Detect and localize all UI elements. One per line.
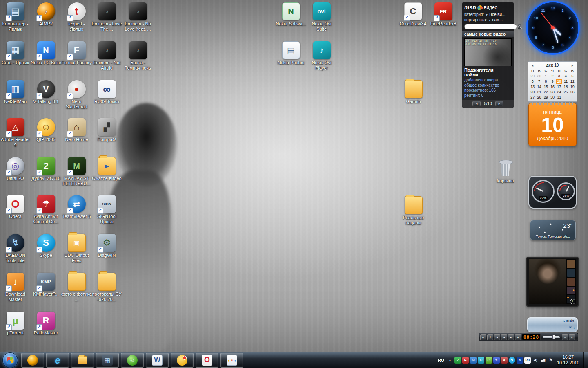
desktop-icon-utorrent[interactable]: µTorrent — [0, 312, 31, 336]
tray-msgr-icon[interactable] — [470, 357, 477, 364]
desktop-icon-eminem-love-the[interactable]: Eminem - Love The ... — [91, 2, 122, 31]
taskbar-app-aimp[interactable] — [21, 353, 44, 368]
calendar-day-selected[interactable]: 10 — [556, 79, 562, 84]
desktop-icon-kmplayer[interactable]: KMPlayerP... — [31, 273, 61, 297]
media-button-0[interactable]: ≡ — [562, 334, 568, 340]
taskbar-app-explorer[interactable] — [71, 353, 94, 368]
calendar-day[interactable]: 3 — [556, 74, 562, 79]
tray-player-icon[interactable] — [462, 357, 469, 364]
desktop-icon-teamviewer-5[interactable]: TeamViewer 5 — [61, 195, 92, 219]
calendar-next-button[interactable] — [570, 63, 575, 67]
media-button-3[interactable]: ◄ — [501, 334, 507, 340]
calendar-day[interactable]: 22 — [543, 90, 549, 95]
calendar-day[interactable]: 15 — [543, 84, 549, 90]
video-title-link[interactable]: Поджигателя пойма... — [464, 67, 512, 77]
media-button-1[interactable]: × — [569, 334, 575, 340]
slideshow-gadget[interactable]: * * — [526, 257, 579, 307]
desktop-icon-basta-temnaya-noch[interactable]: Баста - Темная ночь — [122, 41, 153, 70]
tray-kmp-icon[interactable] — [501, 357, 508, 364]
calendar-day[interactable]: 7 — [536, 79, 542, 84]
calendar-day[interactable]: 31 — [556, 95, 562, 100]
desktop-icon-ratiomaster[interactable]: RatioMaster — [31, 312, 61, 336]
tray-bolt-icon[interactable] — [493, 357, 500, 364]
tray-shield-icon[interactable] — [454, 357, 461, 364]
desktop-icon-garmin[interactable]: Garmin — [398, 80, 429, 104]
calendar-day[interactable]: 23 — [549, 90, 556, 95]
video-thumbnail[interactable]: AM7 MANUAL NO PLAY 008-05-28 03:41:15 — [464, 38, 512, 66]
video-search-input[interactable] — [464, 24, 517, 29]
desktop-icon-protokoly-su[interactable]: протоколы СУ -920 20... — [91, 273, 122, 302]
language-indicator[interactable]: RU — [438, 358, 444, 363]
calendar-day[interactable]: 26 — [569, 90, 576, 95]
desktop-icon-nero-startsmart[interactable]: Nero StartSmart — [61, 80, 92, 109]
filmstrip-frame[interactable] — [567, 269, 575, 277]
desktop-icon-netsetman[interactable]: NetSetMan — [0, 80, 31, 104]
desktop-icon-realnye-patsany[interactable]: Реальные пацаны — [398, 196, 429, 225]
tray-clock[interactable]: 16:27 10.12.2010 — [557, 355, 579, 366]
taskbar-app-calc[interactable] — [96, 353, 119, 368]
calendar-day[interactable]: 2 — [549, 74, 556, 79]
show-desktop-button[interactable] — [583, 352, 588, 368]
desktop-icon-aimp2[interactable]: AIMP2 — [31, 2, 61, 27]
sort-value[interactable]: сам... — [492, 18, 503, 22]
start-button[interactable] — [2, 352, 18, 368]
desktop-icon-korzina[interactable]: Корзина — [490, 159, 521, 184]
desktop-icon-szhatoe-video[interactable]: Сжатое видео — [91, 157, 122, 181]
calendar-day[interactable]: 18 — [562, 84, 569, 90]
taskbar-app-ie[interactable] — [46, 353, 69, 368]
calendar-day[interactable]: 12 — [569, 79, 576, 84]
calendar-day[interactable]: 11 — [562, 79, 569, 84]
desktop-icon-adobe-reader-9[interactable]: Adobe Reader 9 — [0, 118, 31, 147]
calendar-day[interactable]: 19 — [569, 84, 576, 90]
caret-down-icon[interactable] — [488, 18, 491, 22]
calendar-day[interactable]: 17 — [556, 84, 562, 90]
desktop-icon-dublgis-30[interactable]: ДубльГИС 3.0 — [31, 157, 61, 181]
desktop-icon-texpert[interactable]: texpert - Ярлык — [61, 2, 92, 31]
calendar-day[interactable]: 30 — [536, 74, 542, 79]
tray-skype-icon[interactable] — [509, 357, 515, 364]
media-button-5[interactable]: ▲ — [515, 334, 521, 340]
desktop-icon-diagwin[interactable]: DiagWIN — [91, 234, 122, 258]
desktop-icon-nokia-pc-suite[interactable]: Nokia PC Suite — [31, 41, 61, 65]
calendar-day[interactable]: 1 — [543, 74, 549, 79]
desktop-icon-daemon-tools-lite[interactable]: DAEMON Tools Lite — [0, 234, 31, 263]
cpu-meter-gadget[interactable]: 22% 63% — [528, 176, 577, 209]
desktop-icon-coreldraw-x4[interactable]: CorelDrawX4 — [398, 2, 428, 27]
desktop-icon-nero-home[interactable]: Nero Home — [61, 118, 92, 142]
tray-chevron-icon[interactable] — [447, 357, 453, 364]
desktop[interactable]: Компьютер - ЯрлыкAIMP2texpert - ЯрлыкEmi… — [0, 0, 588, 368]
calendar-day[interactable]: 13 — [529, 84, 536, 90]
calendar-day[interactable]: 8 — [543, 79, 549, 84]
category-value[interactable]: Все ви... — [489, 12, 505, 17]
filmstrip-frame[interactable] — [567, 260, 575, 268]
search-button[interactable] — [518, 24, 521, 30]
calendar-day[interactable]: 6 — [529, 79, 536, 84]
caret-down-icon[interactable] — [485, 12, 488, 17]
pager-prev-button[interactable] — [472, 101, 481, 106]
desktop-icon-eminem-no-love[interactable]: Eminem - No Love (feat. ... — [122, 2, 153, 31]
calendar-day[interactable]: 27 — [529, 95, 536, 100]
media-button-0[interactable]: ► — [480, 334, 486, 340]
desktop-icon-mayday-st-petersburg[interactable]: MAYDAY ST PETERSBU... — [61, 157, 92, 186]
desktop-icon-v-talking[interactable]: V-Talking 3.1 — [31, 80, 61, 104]
desktop-icon-nokia-ovi-suite[interactable]: Nokia Ovi Suite — [306, 2, 337, 31]
taskbar-app-paint[interactable] — [220, 353, 243, 368]
tray-agent-icon[interactable] — [486, 357, 492, 364]
taskbar-app-opera[interactable] — [196, 353, 218, 368]
desktop-icon-set-yarlyk[interactable]: Сеть - Ярлык — [0, 41, 31, 65]
desktop-icon-skype[interactable]: Skype — [31, 234, 61, 258]
desktop-icon-poigrai[interactable]: Поиграй! — [91, 118, 122, 142]
desktop-icon-foto-s-fotika[interactable]: фото с фотика ... — [61, 273, 92, 302]
desktop-icon-opera[interactable]: Opera — [0, 195, 31, 219]
tray-rubadge-icon[interactable] — [524, 357, 531, 364]
tray-nokia-icon[interactable] — [517, 357, 523, 364]
desktop-icon-ultraiso[interactable]: UltraISO — [0, 157, 31, 181]
desktop-icon-nokia-ovi-player[interactable]: Nokia Ovi Player — [306, 41, 337, 70]
media-button-4[interactable]: ► — [508, 334, 514, 340]
calendar-day[interactable]: 20 — [529, 90, 536, 95]
calendar-day[interactable]: 5 — [569, 74, 576, 79]
tray-net-icon[interactable] — [540, 357, 546, 364]
calendar-day[interactable]: 30 — [549, 95, 556, 100]
volume-slider[interactable] — [543, 336, 560, 338]
taskbar-app-word[interactable] — [146, 353, 169, 368]
